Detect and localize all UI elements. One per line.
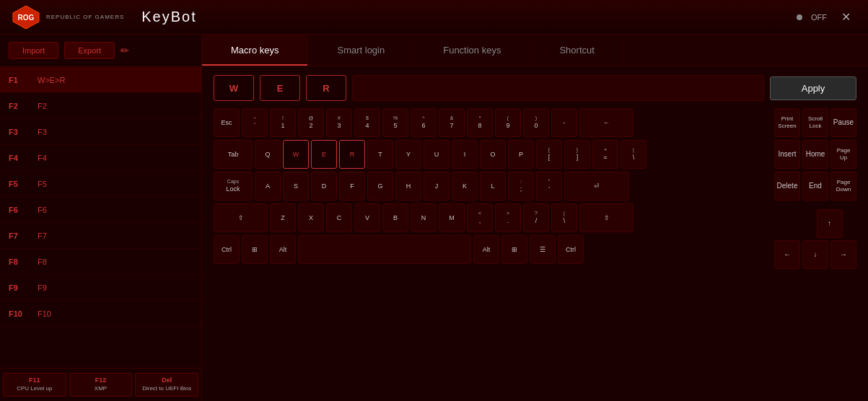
import-button[interactable]: Import <box>9 42 58 59</box>
key-s[interactable]: S <box>283 172 309 200</box>
key-u[interactable]: U <box>424 140 450 169</box>
key-alt[interactable]: Alt <box>473 235 499 264</box>
key--7[interactable]: &7 <box>439 108 465 137</box>
key--[interactable]: }] <box>564 140 590 169</box>
key--1[interactable]: !1 <box>270 108 296 137</box>
key--4[interactable]: $4 <box>354 108 380 137</box>
sidebar-key-item-f6[interactable]: F6F6 <box>0 197 201 223</box>
key-b[interactable]: B <box>382 203 408 232</box>
key-g[interactable]: G <box>367 172 393 200</box>
nav-key-[interactable]: → <box>830 240 856 269</box>
nav-key-page-up[interactable]: PageUp <box>830 140 856 169</box>
key--6[interactable]: ^6 <box>411 108 437 137</box>
macro-key-e[interactable]: E <box>260 75 300 101</box>
key-f[interactable]: F <box>339 172 365 200</box>
key-c[interactable]: C <box>326 203 352 232</box>
key-tab[interactable]: Tab <box>214 140 253 169</box>
tab-shortcut[interactable]: Shortcut <box>530 35 623 66</box>
key--5[interactable]: %5 <box>382 108 408 137</box>
key-esc[interactable]: Esc <box>214 108 240 137</box>
key--[interactable]: |\ <box>551 203 577 232</box>
key-alt[interactable]: Alt <box>270 235 296 264</box>
nav-key-[interactable]: ↓ <box>802 240 828 269</box>
key-k[interactable]: K <box>452 172 478 200</box>
key-i[interactable]: I <box>452 140 478 169</box>
sidebar-key-item-f8[interactable]: F8F8 <box>0 249 201 275</box>
key--[interactable]: <, <box>467 203 493 232</box>
nav-key-page-down[interactable]: PageDown <box>830 172 856 200</box>
key-x[interactable]: X <box>298 203 324 232</box>
sidebar-key-item-f2[interactable]: F2F2 <box>0 93 201 119</box>
sidebar-key-item-f3[interactable]: F3F3 <box>0 119 201 145</box>
key-l[interactable]: L <box>480 172 506 200</box>
key-a[interactable]: A <box>255 172 281 200</box>
key-r[interactable]: R <box>339 140 365 169</box>
key--8[interactable]: *8 <box>467 108 493 137</box>
sidebar-key-item-f10[interactable]: F10F10 <box>0 301 201 327</box>
key--[interactable]: {[ <box>536 140 562 169</box>
key--[interactable]: - <box>551 108 577 137</box>
key-z[interactable]: Z <box>270 203 296 232</box>
key-ctrl[interactable]: Ctrl <box>558 235 584 264</box>
sidebar-key-item-f1[interactable]: F1W>E>R <box>0 67 201 93</box>
sidebar-bottom-btn-f11[interactable]: F11CPU Level up <box>3 373 66 397</box>
apply-button[interactable]: Apply <box>770 76 856 100</box>
key-[interactable]: ☰ <box>530 235 556 264</box>
key-n[interactable]: N <box>411 203 437 232</box>
key-j[interactable]: J <box>424 172 450 200</box>
sidebar-key-item-f9[interactable]: F9F9 <box>0 275 201 301</box>
key--[interactable]: "' <box>536 172 562 200</box>
nav-key-scroll-lock[interactable]: ScrollLock <box>802 108 828 137</box>
key-p[interactable]: P <box>508 140 534 169</box>
sidebar-bottom-btn-f12[interactable]: F12XMP <box>69 373 133 397</box>
nav-key-[interactable]: ← <box>774 240 800 269</box>
nav-key-[interactable]: ↑ <box>817 209 843 238</box>
tab-function-keys[interactable]: Function keys <box>414 35 530 66</box>
tab-smart-login[interactable]: Smart login <box>308 35 414 66</box>
key-[interactable]: ⏎ <box>564 172 629 200</box>
key-y[interactable]: Y <box>395 140 421 169</box>
key--[interactable]: ~` <box>242 108 268 137</box>
key-caps-lock[interactable]: CapsLock <box>214 172 253 200</box>
key--[interactable]: |\ <box>621 140 646 169</box>
key--[interactable]: ?/ <box>523 203 549 232</box>
nav-key-end[interactable]: End <box>802 172 828 200</box>
nav-key-pause[interactable]: Pause <box>830 108 856 137</box>
key-[interactable]: ← <box>579 108 634 137</box>
key-[interactable] <box>298 235 471 264</box>
key--[interactable]: :; <box>508 172 534 200</box>
key-ctrl[interactable]: Ctrl <box>214 235 240 264</box>
sidebar-key-item-f7[interactable]: F7F7 <box>0 223 201 249</box>
sidebar-key-item-f4[interactable]: F4F4 <box>0 145 201 171</box>
key--[interactable]: += <box>592 140 618 169</box>
sidebar-bottom-btn-del[interactable]: DelDirect to UEFI Bios <box>135 373 198 397</box>
key--0[interactable]: )0 <box>523 108 549 137</box>
close-button[interactable]: ✕ <box>836 7 856 27</box>
key--9[interactable]: (9 <box>495 108 521 137</box>
key-[interactable]: ⇧ <box>579 203 634 232</box>
nav-key-home[interactable]: Home <box>802 140 828 169</box>
key-o[interactable]: O <box>480 140 506 169</box>
key-v[interactable]: V <box>354 203 380 232</box>
tab-macro-keys[interactable]: Macro keys <box>202 35 308 66</box>
key-w[interactable]: W <box>283 140 309 169</box>
key-t[interactable]: T <box>367 140 393 169</box>
nav-key-delete[interactable]: Delete <box>774 172 800 200</box>
key-d[interactable]: D <box>311 172 337 200</box>
sidebar-key-item-f5[interactable]: F5F5 <box>0 171 201 197</box>
export-button[interactable]: Export <box>64 42 115 59</box>
key--3[interactable]: #3 <box>326 108 352 137</box>
key-h[interactable]: H <box>395 172 421 200</box>
key-[interactable]: ⊞ <box>501 235 527 264</box>
key-[interactable]: ⇧ <box>214 203 268 232</box>
nav-key-print-screen[interactable]: PrintScreen <box>774 108 800 137</box>
key-e[interactable]: E <box>311 140 337 169</box>
key-m[interactable]: M <box>439 203 465 232</box>
macro-key-r[interactable]: R <box>306 75 346 101</box>
key-[interactable]: ⊞ <box>242 235 268 264</box>
key-q[interactable]: Q <box>255 140 281 169</box>
macro-key-w[interactable]: W <box>214 75 254 101</box>
edit-icon[interactable]: ✏ <box>120 45 129 56</box>
key--2[interactable]: @2 <box>298 108 324 137</box>
key--[interactable]: >. <box>495 203 521 232</box>
